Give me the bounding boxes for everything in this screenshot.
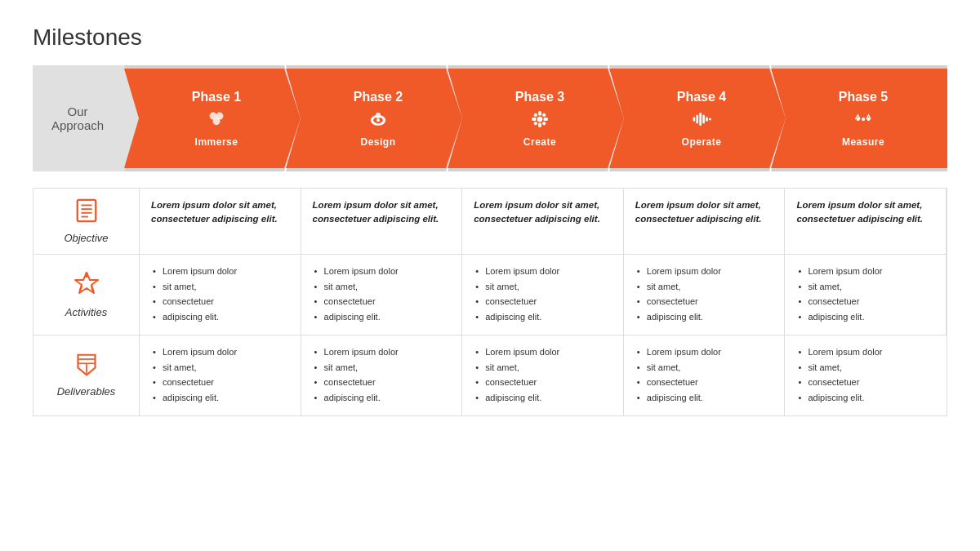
del-list-item: consectetuer [796,375,935,389]
svg-rect-11 [544,118,548,121]
objective-label: Objective [64,232,108,244]
act-list-item: consectetuer [796,295,934,309]
del-list-item: Lorem ipsum dolor [796,345,935,359]
operate-icon [691,109,712,135]
act-list-item: sit amet, [796,280,934,294]
svg-rect-13 [541,113,546,118]
phase-4-name: Operate [682,136,722,148]
act-list-item: Lorem ipsum dolor [796,264,934,278]
phase-3-label: Phase 3 [515,89,564,104]
obj-cell-3: Lorem ipsum dolor sit amet, consectetuer… [462,189,624,255]
del-list-item: sit amet, [313,361,451,375]
del-list-item: consectetuer [313,375,451,389]
svg-rect-6 [376,113,380,118]
act-list-item: adipiscing elit. [151,310,289,324]
svg-rect-19 [702,114,705,122]
svg-rect-15 [541,121,546,126]
milestones-table: Objective Lorem ipsum dolor sit amet, co… [33,188,947,416]
svg-point-5 [376,118,380,122]
act-list-5: Lorem ipsum dolor sit amet, consectetuer… [796,264,934,323]
svg-line-34 [80,286,82,291]
svg-rect-20 [706,117,708,121]
act-list-item: adipiscing elit. [796,310,934,324]
del-list-2: Lorem ipsum dolor sit amet, consectetuer… [313,345,451,404]
act-list-item: sit amet, [474,280,612,294]
del-list-item: consectetuer [635,375,773,389]
del-list-item: Lorem ipsum dolor [151,345,289,359]
act-cell-3: Lorem ipsum dolor sit amet, consectetuer… [462,255,624,335]
svg-rect-26 [862,118,865,120]
del-list-item: sit amet, [474,361,612,375]
del-list-item: Lorem ipsum dolor [474,345,612,359]
obj-cell-4: Lorem ipsum dolor sit amet, consectetuer… [624,189,786,255]
phase-5-content: Phase 5 Measure [771,65,947,171]
del-list-item: adipiscing elit. [313,391,451,405]
act-list-item: consectetuer [635,295,773,309]
obj-text-2: Lorem ipsum dolor sit amet, consectetuer… [313,200,439,224]
create-icon [529,109,550,135]
deliverables-icon [75,353,98,382]
objective-row-label: Objective [33,189,140,255]
act-list-item: adipiscing elit. [635,310,773,324]
phase-2: Phase 2 Design [286,65,462,171]
phase-2-label: Phase 2 [354,89,403,104]
act-cell-2: Lorem ipsum dolor sit amet, consectetuer… [301,255,463,335]
obj-cell-2: Lorem ipsum dolor sit amet, consectetuer… [301,189,463,255]
del-list-item: consectetuer [151,375,289,389]
phase-2-name: Design [360,136,395,148]
del-list-item: consectetuer [474,375,612,389]
objective-icon [74,198,99,229]
phase-4-content: Phase 4 Operate [609,65,786,171]
act-list-item: adipiscing elit. [313,310,451,324]
act-cell-1: Lorem ipsum dolor sit amet, consectetuer… [140,255,301,335]
act-list-item: Lorem ipsum dolor [474,264,612,278]
svg-point-2 [212,118,220,125]
svg-rect-27 [77,200,96,221]
phase-banner: OurApproach Phase 1 Immerse [33,65,947,171]
phase-5-label: Phase 5 [839,89,888,104]
obj-text-5: Lorem ipsum dolor sit amet, consectetuer… [796,200,923,224]
phase-3: Phase 3 Create [448,65,624,171]
act-cell-4: Lorem ipsum dolor sit amet, consectetuer… [624,255,786,335]
del-list-item: sit amet, [151,361,289,375]
del-cell-5: Lorem ipsum dolor sit amet, consectetuer… [785,335,947,415]
svg-rect-8 [538,111,541,115]
activities-icon [74,271,100,303]
del-list-item: adipiscing elit. [151,391,289,405]
obj-text-4: Lorem ipsum dolor sit amet, consectetuer… [635,200,762,224]
svg-point-7 [537,116,543,122]
act-list-2: Lorem ipsum dolor sit amet, consectetuer… [313,264,451,323]
design-icon [368,109,389,135]
act-list-item: Lorem ipsum dolor [151,264,289,278]
del-cell-3: Lorem ipsum dolor sit amet, consectetuer… [462,335,624,415]
activities-label: Activities [65,306,107,318]
immerse-icon [206,109,227,135]
our-approach-label: OurApproach [33,65,139,171]
obj-cell-1: Lorem ipsum dolor sit amet, consectetuer… [140,189,301,255]
phase-4: Phase 4 Operate [609,65,786,171]
phase-1-name: Immerse [195,136,238,148]
act-list-4: Lorem ipsum dolor sit amet, consectetuer… [635,264,773,323]
act-list-item: consectetuer [313,295,451,309]
act-list-item: consectetuer [151,295,289,309]
del-list-item: adipiscing elit. [474,391,612,405]
act-list-item: Lorem ipsum dolor [313,264,451,278]
del-cell-2: Lorem ipsum dolor sit amet, consectetuer… [301,335,463,415]
act-list-1: Lorem ipsum dolor sit amet, consectetuer… [151,264,289,323]
act-cell-5: Lorem ipsum dolor sit amet, consectetuer… [785,255,947,335]
phase-1: Phase 1 Immerse [124,65,301,171]
phase-5: Phase 5 Measure [771,65,947,171]
deliverables-label: Deliverables [57,385,116,398]
svg-rect-18 [699,113,702,126]
del-list-item: Lorem ipsum dolor [313,345,451,359]
svg-rect-12 [533,113,538,118]
phase-4-label: Phase 4 [677,89,726,104]
act-list-item: sit amet, [635,280,773,294]
del-list-item: sit amet, [635,361,773,375]
act-list-item: adipiscing elit. [474,310,612,324]
svg-rect-17 [697,114,699,122]
svg-rect-16 [693,117,696,121]
del-list-item: adipiscing elit. [796,391,935,405]
svg-rect-21 [709,118,711,120]
del-cell-4: Lorem ipsum dolor sit amet, consectetuer… [624,335,786,415]
